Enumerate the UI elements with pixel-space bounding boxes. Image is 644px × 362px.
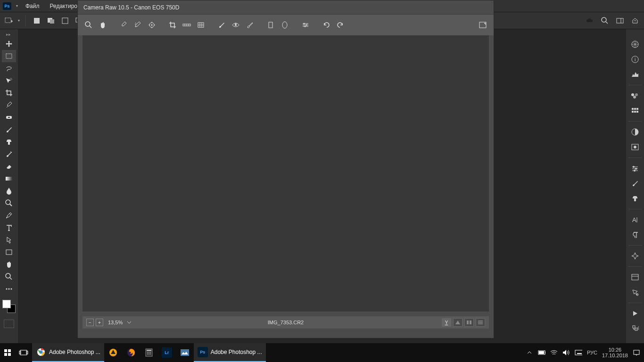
cr-radial-filter-icon[interactable] xyxy=(279,19,291,31)
actions-icon[interactable] xyxy=(628,308,642,319)
info-icon[interactable]: i xyxy=(628,54,642,65)
taskbar-calculator[interactable] xyxy=(140,343,158,362)
gradient-tool-icon[interactable] xyxy=(2,173,16,185)
settings-icon[interactable] xyxy=(476,318,485,327)
character-icon[interactable]: A xyxy=(628,214,642,225)
taskbar-photoshop[interactable]: Ps Adobe Photoshop ... xyxy=(194,343,266,362)
search-icon[interactable] xyxy=(600,16,610,26)
cr-red-eye-icon[interactable] xyxy=(230,19,242,31)
marquee-tool-icon[interactable] xyxy=(2,50,16,62)
dropdown-icon[interactable]: ▾ xyxy=(16,4,18,8)
cr-hand-tool-icon[interactable] xyxy=(97,19,109,31)
type-tool-icon[interactable] xyxy=(2,222,16,234)
brush-tool-icon[interactable] xyxy=(2,123,16,136)
cr-transform-icon[interactable] xyxy=(195,19,207,31)
brush-settings-icon[interactable] xyxy=(628,178,642,189)
highlight-clip-icon[interactable] xyxy=(464,318,474,327)
svg-rect-79 xyxy=(467,321,469,324)
cr-target-adjust-icon[interactable] xyxy=(146,19,158,31)
taskbar-aimp[interactable] xyxy=(104,343,122,362)
history-brush-tool-icon[interactable] xyxy=(2,148,16,160)
preview-toggle-button[interactable]: Y xyxy=(442,318,451,327)
workspace-icon[interactable] xyxy=(615,16,625,26)
new-selection-icon[interactable] xyxy=(32,16,42,26)
zoom-out-button[interactable]: − xyxy=(86,319,94,326)
cr-white-balance-icon[interactable] xyxy=(117,19,130,31)
svg-point-97 xyxy=(147,352,148,353)
mask-icon[interactable] xyxy=(628,141,642,153)
taskbar-gallery[interactable] xyxy=(176,343,194,362)
cr-fullscreen-icon[interactable] xyxy=(477,19,489,31)
blur-tool-icon[interactable] xyxy=(2,185,16,197)
paragraph-icon[interactable] xyxy=(628,229,642,240)
zoom-in-button[interactable]: + xyxy=(96,319,103,326)
lasso-tool-icon[interactable] xyxy=(2,62,16,74)
eraser-tool-icon[interactable] xyxy=(2,160,16,173)
cr-crop-icon[interactable] xyxy=(166,19,179,31)
tool-presets-icon[interactable] xyxy=(628,287,642,298)
swatches-icon[interactable] xyxy=(628,90,642,101)
tray-up-icon[interactable] xyxy=(526,349,533,356)
battery-icon[interactable] xyxy=(538,349,545,356)
navigator-icon[interactable] xyxy=(628,250,642,262)
path-select-tool-icon[interactable] xyxy=(2,234,16,246)
share-icon[interactable] xyxy=(630,16,640,26)
taskbar-lightroom[interactable]: Lr xyxy=(158,343,176,362)
cr-graduated-filter-icon[interactable] xyxy=(264,19,277,31)
rectangle-tool-icon[interactable] xyxy=(2,246,16,258)
color-swatches[interactable] xyxy=(2,300,16,313)
cr-zoom-tool-icon[interactable] xyxy=(83,19,95,31)
cr-straighten-icon[interactable] xyxy=(181,19,193,31)
collapse-icon[interactable]: .ıl xyxy=(636,326,642,331)
keyboard-icon[interactable] xyxy=(575,349,582,356)
histogram-icon[interactable] xyxy=(628,69,642,80)
menu-file[interactable]: Файл xyxy=(23,2,42,10)
more-tools-icon[interactable] xyxy=(2,283,16,295)
taskbar-chrome[interactable]: Adobe Photoshop ... xyxy=(32,343,104,362)
add-selection-icon[interactable] xyxy=(46,16,56,26)
foreground-color-swatch[interactable] xyxy=(2,300,11,308)
hand-tool-icon[interactable] xyxy=(2,258,16,271)
eyedropper-tool-icon[interactable] xyxy=(2,99,16,111)
dodge-tool-icon[interactable] xyxy=(2,197,16,209)
clone-tool-icon[interactable] xyxy=(2,136,16,148)
subtract-selection-icon[interactable] xyxy=(60,16,70,26)
brushes-icon[interactable] xyxy=(628,163,642,174)
zoom-dropdown-icon[interactable] xyxy=(125,319,133,326)
taskbar-firefox[interactable] xyxy=(122,343,140,362)
pen-tool-icon[interactable] xyxy=(2,209,16,222)
clone-source-icon[interactable] xyxy=(628,193,642,204)
zoom-tool-icon[interactable] xyxy=(2,271,16,283)
language-indicator[interactable]: РУС xyxy=(587,350,597,355)
move-tool-icon[interactable] xyxy=(2,38,16,50)
cr-preferences-icon[interactable] xyxy=(299,19,312,31)
wifi-icon[interactable] xyxy=(550,349,558,356)
shadow-clip-icon[interactable] xyxy=(453,318,462,327)
notifications-icon[interactable] xyxy=(633,349,640,356)
svg-rect-14 xyxy=(6,177,12,181)
marquee-options-icon[interactable] xyxy=(4,16,14,26)
separator xyxy=(628,209,642,209)
cloud-icon[interactable] xyxy=(585,16,595,26)
clock[interactable]: 10:26 17.10.2018 xyxy=(602,347,628,358)
start-button[interactable] xyxy=(0,343,15,362)
cr-rotate-left-icon[interactable] xyxy=(320,19,332,31)
options-icon[interactable] xyxy=(628,272,642,283)
cr-rotate-right-icon[interactable] xyxy=(334,19,347,31)
collapse-icon[interactable]: ▸▸ xyxy=(6,32,12,36)
volume-icon[interactable] xyxy=(562,349,570,356)
color-wheel-icon[interactable] xyxy=(628,39,642,50)
healing-tool-icon[interactable] xyxy=(2,111,16,123)
quick-select-tool-icon[interactable] xyxy=(2,74,16,87)
adjustments-icon[interactable] xyxy=(628,126,642,138)
crop-tool-icon[interactable] xyxy=(2,87,16,99)
svg-point-21 xyxy=(8,288,10,290)
quick-mask-icon[interactable] xyxy=(4,320,14,328)
camera-raw-canvas[interactable] xyxy=(83,35,489,312)
dropdown-icon[interactable]: ▾ xyxy=(18,18,20,23)
styles-icon[interactable] xyxy=(628,105,642,116)
cr-spot-removal-icon[interactable] xyxy=(215,19,228,31)
cr-adjustment-brush-icon[interactable] xyxy=(244,19,256,31)
cr-color-sampler-icon[interactable] xyxy=(132,19,144,31)
task-view-button[interactable] xyxy=(15,343,32,362)
